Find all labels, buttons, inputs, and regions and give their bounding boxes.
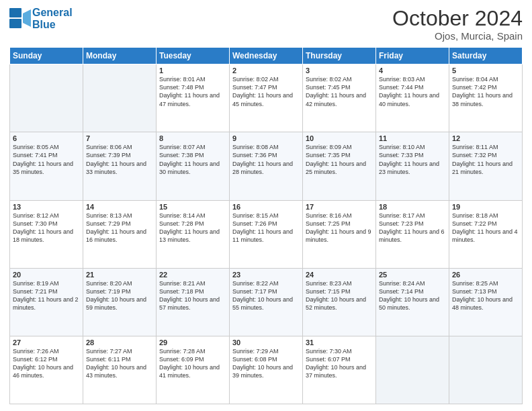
day-number: 14 <box>86 203 153 211</box>
day-info: Sunrise: 8:14 AM Sunset: 7:28 PM Dayligh… <box>159 212 226 244</box>
calendar-cell: 14Sunrise: 8:13 AM Sunset: 7:29 PM Dayli… <box>83 200 157 268</box>
calendar-cell: 4Sunrise: 8:03 AM Sunset: 7:44 PM Daylig… <box>376 64 449 132</box>
calendar-week-4: 20Sunrise: 8:19 AM Sunset: 7:21 PM Dayli… <box>10 268 523 336</box>
day-number: 29 <box>159 338 226 347</box>
calendar-cell: 9Sunrise: 8:08 AM Sunset: 7:36 PM Daylig… <box>230 132 303 200</box>
day-info: Sunrise: 8:02 AM Sunset: 7:45 PM Dayligh… <box>306 75 373 108</box>
svg-rect-1 <box>9 19 21 28</box>
calendar-cell: 18Sunrise: 8:17 AM Sunset: 7:23 PM Dayli… <box>376 200 449 268</box>
month-title: October 2024 <box>392 7 523 30</box>
day-info: Sunrise: 8:10 AM Sunset: 7:33 PM Dayligh… <box>379 143 446 176</box>
day-info: Sunrise: 8:02 AM Sunset: 7:47 PM Dayligh… <box>232 75 300 108</box>
day-number: 16 <box>232 203 300 211</box>
day-number: 28 <box>86 338 153 347</box>
column-header-friday: Friday <box>376 48 449 64</box>
day-number: 11 <box>379 134 446 142</box>
day-info: Sunrise: 7:28 AM Sunset: 6:09 PM Dayligh… <box>159 347 226 380</box>
day-number: 26 <box>452 271 519 279</box>
day-info: Sunrise: 7:26 AM Sunset: 6:12 PM Dayligh… <box>13 347 80 380</box>
calendar-cell: 6Sunrise: 8:05 AM Sunset: 7:41 PM Daylig… <box>10 132 83 200</box>
day-info: Sunrise: 8:11 AM Sunset: 7:32 PM Dayligh… <box>452 143 519 176</box>
calendar-table: SundayMondayTuesdayWednesdayThursdayFrid… <box>9 47 523 404</box>
calendar-cell: 11Sunrise: 8:10 AM Sunset: 7:33 PM Dayli… <box>376 132 449 200</box>
calendar-week-5: 27Sunrise: 7:26 AM Sunset: 6:12 PM Dayli… <box>10 336 523 404</box>
calendar-cell: 13Sunrise: 8:12 AM Sunset: 7:30 PM Dayli… <box>10 200 83 268</box>
day-number: 21 <box>86 271 153 279</box>
calendar-cell: 1Sunrise: 8:01 AM Sunset: 7:48 PM Daylig… <box>157 64 230 132</box>
calendar-cell <box>83 64 157 132</box>
day-number: 13 <box>13 203 80 211</box>
calendar-cell: 8Sunrise: 8:07 AM Sunset: 7:38 PM Daylig… <box>157 132 230 200</box>
day-info: Sunrise: 8:25 AM Sunset: 7:13 PM Dayligh… <box>452 279 519 312</box>
calendar-week-3: 13Sunrise: 8:12 AM Sunset: 7:30 PM Dayli… <box>10 200 523 268</box>
day-info: Sunrise: 8:16 AM Sunset: 7:25 PM Dayligh… <box>306 212 373 244</box>
day-info: Sunrise: 8:03 AM Sunset: 7:44 PM Dayligh… <box>379 75 446 108</box>
header: General Blue October 2024 Ojos, Murcia, … <box>9 7 523 42</box>
day-number: 3 <box>306 66 373 75</box>
column-header-thursday: Thursday <box>303 48 376 64</box>
calendar-cell: 29Sunrise: 7:28 AM Sunset: 6:09 PM Dayli… <box>157 336 230 404</box>
day-number: 12 <box>452 134 519 142</box>
day-number: 18 <box>379 203 446 211</box>
day-number: 19 <box>452 203 519 211</box>
calendar-cell: 17Sunrise: 8:16 AM Sunset: 7:25 PM Dayli… <box>303 200 376 268</box>
calendar-cell: 12Sunrise: 8:11 AM Sunset: 7:32 PM Dayli… <box>449 132 523 200</box>
calendar-cell: 10Sunrise: 8:09 AM Sunset: 7:35 PM Dayli… <box>303 132 376 200</box>
calendar-cell: 19Sunrise: 8:18 AM Sunset: 7:22 PM Dayli… <box>449 200 523 268</box>
calendar-header-row: SundayMondayTuesdayWednesdayThursdayFrid… <box>10 48 523 64</box>
day-info: Sunrise: 8:15 AM Sunset: 7:26 PM Dayligh… <box>232 212 300 244</box>
calendar-week-2: 6Sunrise: 8:05 AM Sunset: 7:41 PM Daylig… <box>10 132 523 200</box>
day-info: Sunrise: 8:06 AM Sunset: 7:39 PM Dayligh… <box>86 143 153 176</box>
location: Ojos, Murcia, Spain <box>392 30 523 42</box>
column-header-sunday: Sunday <box>10 48 83 64</box>
day-info: Sunrise: 8:19 AM Sunset: 7:21 PM Dayligh… <box>13 279 80 312</box>
logo-text-blue: Blue <box>32 19 73 31</box>
title-block: October 2024 Ojos, Murcia, Spain <box>392 7 523 42</box>
calendar-cell: 26Sunrise: 8:25 AM Sunset: 7:13 PM Dayli… <box>449 268 523 336</box>
day-number: 17 <box>306 203 373 211</box>
column-header-saturday: Saturday <box>449 48 523 64</box>
day-number: 6 <box>13 134 80 142</box>
day-number: 2 <box>232 66 300 75</box>
day-number: 31 <box>306 338 373 347</box>
day-info: Sunrise: 7:27 AM Sunset: 6:11 PM Dayligh… <box>86 347 153 380</box>
calendar-cell: 27Sunrise: 7:26 AM Sunset: 6:12 PM Dayli… <box>10 336 83 404</box>
day-number: 8 <box>159 134 226 142</box>
day-info: Sunrise: 7:29 AM Sunset: 6:08 PM Dayligh… <box>232 347 300 380</box>
svg-marker-2 <box>23 9 31 27</box>
day-number: 20 <box>13 271 80 279</box>
day-info: Sunrise: 8:12 AM Sunset: 7:30 PM Dayligh… <box>13 212 80 244</box>
day-number: 24 <box>306 271 373 279</box>
day-info: Sunrise: 8:01 AM Sunset: 7:48 PM Dayligh… <box>159 75 226 108</box>
day-number: 30 <box>232 338 300 347</box>
calendar-cell: 21Sunrise: 8:20 AM Sunset: 7:19 PM Dayli… <box>83 268 157 336</box>
day-info: Sunrise: 8:08 AM Sunset: 7:36 PM Dayligh… <box>232 143 300 176</box>
day-info: Sunrise: 8:07 AM Sunset: 7:38 PM Dayligh… <box>159 143 226 176</box>
day-info: Sunrise: 8:20 AM Sunset: 7:19 PM Dayligh… <box>86 279 153 312</box>
day-number: 23 <box>232 271 300 279</box>
calendar-cell: 30Sunrise: 7:29 AM Sunset: 6:08 PM Dayli… <box>230 336 303 404</box>
calendar-cell <box>10 64 83 132</box>
calendar-cell: 5Sunrise: 8:04 AM Sunset: 7:42 PM Daylig… <box>449 64 523 132</box>
logo-text-general: General <box>32 7 73 19</box>
day-info: Sunrise: 8:13 AM Sunset: 7:29 PM Dayligh… <box>86 212 153 244</box>
day-info: Sunrise: 8:22 AM Sunset: 7:17 PM Dayligh… <box>232 279 300 312</box>
day-info: Sunrise: 8:23 AM Sunset: 7:15 PM Dayligh… <box>306 279 373 312</box>
calendar-cell: 23Sunrise: 8:22 AM Sunset: 7:17 PM Dayli… <box>230 268 303 336</box>
calendar-cell: 2Sunrise: 8:02 AM Sunset: 7:47 PM Daylig… <box>230 64 303 132</box>
logo: General Blue <box>9 7 73 30</box>
calendar-cell: 15Sunrise: 8:14 AM Sunset: 7:28 PM Dayli… <box>157 200 230 268</box>
calendar-cell: 7Sunrise: 8:06 AM Sunset: 7:39 PM Daylig… <box>83 132 157 200</box>
calendar-cell: 16Sunrise: 8:15 AM Sunset: 7:26 PM Dayli… <box>230 200 303 268</box>
day-info: Sunrise: 7:30 AM Sunset: 6:07 PM Dayligh… <box>306 347 373 380</box>
calendar-cell <box>376 336 449 404</box>
day-info: Sunrise: 8:05 AM Sunset: 7:41 PM Dayligh… <box>13 143 80 176</box>
day-number: 25 <box>379 271 446 279</box>
day-number: 27 <box>13 338 80 347</box>
day-info: Sunrise: 8:04 AM Sunset: 7:42 PM Dayligh… <box>452 75 519 108</box>
calendar-cell: 24Sunrise: 8:23 AM Sunset: 7:15 PM Dayli… <box>303 268 376 336</box>
calendar-cell: 28Sunrise: 7:27 AM Sunset: 6:11 PM Dayli… <box>83 336 157 404</box>
calendar-week-1: 1Sunrise: 8:01 AM Sunset: 7:48 PM Daylig… <box>10 64 523 132</box>
day-number: 10 <box>306 134 373 142</box>
calendar-cell: 22Sunrise: 8:21 AM Sunset: 7:18 PM Dayli… <box>157 268 230 336</box>
